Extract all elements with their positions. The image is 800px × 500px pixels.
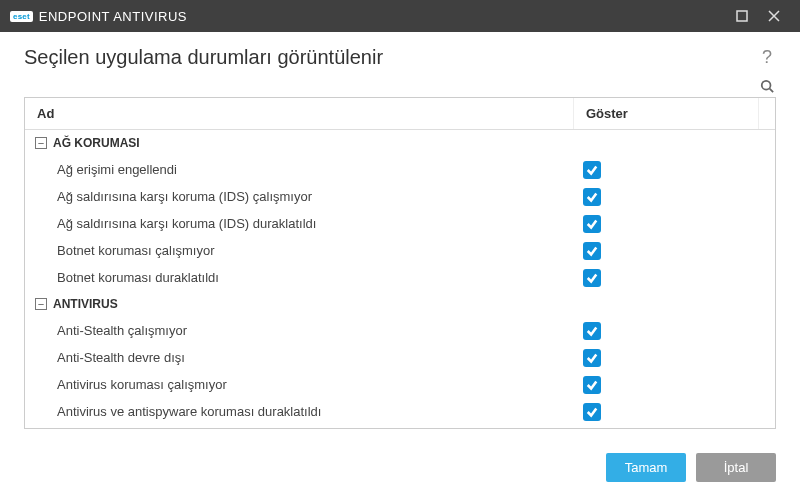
window-maximize-button[interactable] [726, 0, 758, 32]
svg-rect-0 [737, 11, 747, 21]
collapse-icon[interactable]: − [35, 137, 47, 149]
row-label: Antivirus ve antispyware koruması durakl… [25, 400, 575, 424]
table-row[interactable]: Anti-Stealth çalışmıyor [25, 317, 775, 344]
table-row[interactable]: Botnet koruması çalışmıyor [25, 237, 775, 264]
dialog-header: Seçilen uygulama durumları görüntülenir … [0, 32, 800, 77]
show-checkbox[interactable] [583, 403, 601, 421]
dialog-footer: Tamam İptal [0, 439, 800, 500]
group-header[interactable]: −ANTIVIRUS [25, 291, 775, 317]
status-list[interactable]: −AĞ KORUMASIAğ erişimi engellendiAğ sald… [25, 130, 775, 428]
row-label: Anti-Stealth devre dışı [25, 346, 575, 370]
brand-text: ENDPOINT ANTIVIRUS [39, 9, 187, 24]
collapse-icon[interactable]: − [35, 298, 47, 310]
group-label: AĞ KORUMASI [53, 136, 140, 150]
table-row[interactable]: Botnet koruması duraklatıldı [25, 264, 775, 291]
column-header: Ad Göster [25, 98, 775, 130]
show-checkbox[interactable] [583, 215, 601, 233]
show-checkbox[interactable] [583, 349, 601, 367]
row-label: Botnet koruması duraklatıldı [25, 266, 575, 290]
window-close-button[interactable] [758, 0, 790, 32]
search-bar [0, 77, 800, 97]
group-label: ANTIVIRUS [53, 297, 118, 311]
table-row[interactable]: Ağ saldırısına karşı koruma (IDS) çalışm… [25, 183, 775, 210]
row-label: Belge koruması işlevsiz [25, 427, 575, 429]
row-label: Antivirus koruması çalışmıyor [25, 373, 575, 397]
titlebar: eset ENDPOINT ANTIVIRUS [0, 0, 800, 32]
ok-button[interactable]: Tamam [606, 453, 686, 482]
group-header[interactable]: −AĞ KORUMASI [25, 130, 775, 156]
table-row[interactable]: Antivirus ve antispyware koruması durakl… [25, 398, 775, 425]
svg-point-1 [762, 81, 771, 90]
table-row[interactable]: Anti-Stealth devre dışı [25, 344, 775, 371]
table-row[interactable]: Antivirus koruması çalışmıyor [25, 371, 775, 398]
table-row[interactable]: Belge koruması işlevsiz [25, 425, 775, 428]
show-checkbox[interactable] [583, 269, 601, 287]
show-checkbox[interactable] [583, 161, 601, 179]
help-button[interactable]: ? [758, 47, 776, 68]
show-checkbox[interactable] [583, 376, 601, 394]
row-label: Botnet koruması çalışmıyor [25, 239, 575, 263]
row-label: Anti-Stealth çalışmıyor [25, 319, 575, 343]
cancel-button[interactable]: İptal [696, 453, 776, 482]
row-label: Ağ erişimi engellendi [25, 158, 575, 182]
status-panel: Ad Göster −AĞ KORUMASIAğ erişimi engelle… [24, 97, 776, 429]
row-label: Ağ saldırısına karşı koruma (IDS) durakl… [25, 212, 575, 236]
table-row[interactable]: Ağ saldırısına karşı koruma (IDS) durakl… [25, 210, 775, 237]
show-checkbox[interactable] [583, 322, 601, 340]
row-label: Ağ saldırısına karşı koruma (IDS) çalışm… [25, 185, 575, 209]
column-name[interactable]: Ad [25, 98, 574, 129]
page-title: Seçilen uygulama durumları görüntülenir [24, 46, 758, 69]
show-checkbox[interactable] [583, 188, 601, 206]
column-show[interactable]: Göster [574, 98, 759, 129]
search-icon[interactable] [758, 77, 776, 95]
show-checkbox[interactable] [583, 242, 601, 260]
brand-badge: eset [10, 11, 33, 22]
table-row[interactable]: Ağ erişimi engellendi [25, 156, 775, 183]
brand: eset ENDPOINT ANTIVIRUS [10, 9, 187, 24]
